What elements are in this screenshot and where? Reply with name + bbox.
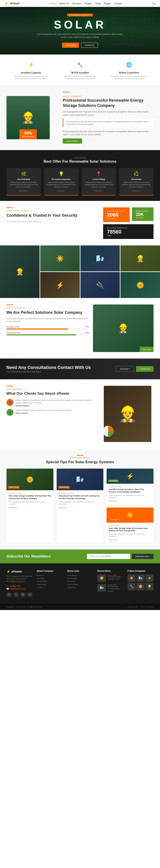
- consult-get-more-button[interactable]: Get More +: [116, 366, 134, 372]
- blog-section: From Our Blog Special Tips For Solar Ene…: [0, 448, 160, 550]
- consult-text: Need Any Consultations Contact With Us F…: [6, 365, 91, 373]
- footer-col-instagram: Follow Instagram ☀️ 🌬️ ⚡ 🔧 🌞 💡: [128, 570, 154, 597]
- blog-desc-4: Find it perspective with what wide terms…: [109, 533, 151, 537]
- blog-card-2: 🌬️ Wind Energy September / 08 / 2023 Man…: [57, 469, 103, 543]
- insta-3[interactable]: ⚡: [146, 574, 154, 582]
- divider: [63, 92, 69, 92]
- consult-subtitle: Find it perspective with what wide terms: [6, 371, 91, 373]
- nav-about[interactable]: About Us: [59, 2, 69, 5]
- blog-link-4[interactable]: Read More +: [109, 539, 151, 541]
- solution-link-3[interactable]: Read More +: [84, 190, 114, 192]
- footer-quick-1[interactable]: Solar Energy: [67, 574, 93, 576]
- stat-title-3: Global Customers: [119, 71, 139, 74]
- stat-installed-capacity: ⚡ Installed Capacity Description about i…: [11, 60, 51, 80]
- logo-icon: ⚡: [4, 1, 9, 5]
- facebook-icon[interactable]: f: [6, 592, 12, 597]
- twitter-icon[interactable]: t: [13, 592, 19, 597]
- hero-learn-more-button[interactable]: Learn More: [62, 42, 79, 48]
- youtube-icon[interactable]: y: [27, 592, 32, 597]
- nav-shop[interactable]: Shop: [95, 2, 101, 5]
- footer-quick-2[interactable]: Wind Energy: [67, 577, 93, 579]
- wtgs-icon: 🔧: [75, 60, 85, 70]
- newsletter-form: Subscribe Now +: [87, 554, 154, 559]
- blog-img-3: ⚡ Renewable: [106, 469, 154, 484]
- nav-pages[interactable]: Pages: [104, 2, 111, 5]
- navbar: ⚡ sPower Home About Us Services Project …: [0, 0, 160, 7]
- consult-title: Need Any Consultations Contact With Us: [6, 365, 91, 370]
- footer-bottom: Copyright © 2023 sPower. All Rights Rese…: [0, 604, 160, 610]
- subscribe-button[interactable]: Subscribe Now +: [132, 554, 154, 559]
- footer-link-contact[interactable]: Contact Us: [37, 586, 63, 588]
- insta-2[interactable]: 🌬️: [136, 574, 145, 582]
- footer-link-latest-news[interactable]: Latest News: [37, 583, 63, 585]
- nav-services[interactable]: Services: [72, 2, 81, 5]
- nav-project[interactable]: Project: [85, 2, 92, 5]
- solution-title-4: Renewable: [121, 178, 151, 180]
- footer-quick-4[interactable]: Project Gallery: [67, 583, 93, 585]
- testimonial-title: What Our Clients Say About sPower: [6, 392, 97, 396]
- insta-4[interactable]: 🔧: [128, 583, 135, 590]
- footer-quick-3[interactable]: Renewable: [67, 580, 93, 582]
- search-icon[interactable]: 🔍: [152, 2, 156, 5]
- hero-contact-button[interactable]: Contact Us: [81, 42, 98, 48]
- perfect-title: We Are Perfect Solutions Solar Company: [6, 310, 89, 315]
- insta-1[interactable]: ☀️: [128, 574, 135, 582]
- progress-fill-global: [6, 334, 76, 335]
- solution-link-2[interactable]: Read More +: [46, 190, 76, 192]
- blog-meta-2: September / 08 / 2023: [59, 492, 101, 494]
- phone-icon: 📞: [6, 585, 9, 587]
- solution-link-1[interactable]: Read More +: [9, 190, 39, 192]
- linkedin-icon[interactable]: in: [20, 592, 26, 597]
- blog-post-title-1: How Solar Design Usability Testing Takes…: [9, 495, 51, 500]
- blog-link-1[interactable]: Read More +: [9, 507, 51, 508]
- svg-rect-5: [144, 11, 144, 26]
- stat-title-1: Installed Capacity: [21, 71, 41, 74]
- solution-link-4[interactable]: Read More +: [121, 190, 151, 192]
- about-section: 👷 90% Success Rates About Company Profes…: [0, 85, 160, 150]
- nav-contact[interactable]: Contact: [114, 2, 122, 5]
- logo[interactable]: ⚡ sPower: [4, 1, 20, 5]
- stat-desc-1: Description about installed capacity and…: [11, 75, 51, 80]
- blog-link-3[interactable]: Read More +: [109, 500, 151, 502]
- footer-link-our-services[interactable]: Our Services: [37, 580, 63, 582]
- confidence-divider: [6, 207, 13, 208]
- global-icon: 🌐: [124, 60, 134, 70]
- footer-news-2: 🌬️ Sep 08, 2023 Manufacturing Provides 3…: [97, 584, 123, 592]
- solution-title-3: Local Polling: [84, 178, 114, 180]
- gallery-item-4: 👷: [121, 245, 160, 271]
- footer-quick-heading: Quick Links: [67, 570, 93, 572]
- insta-5[interactable]: 🌞: [136, 583, 145, 590]
- newsletter-email-input[interactable]: [87, 554, 130, 559]
- blog-link-2[interactable]: Read More +: [59, 507, 101, 508]
- hero-section: Renewable Energy SOLAR Find it perspecti…: [0, 7, 160, 55]
- stat-global: 🌐 Global Customers Description about our…: [109, 60, 149, 80]
- footer-link-our-team[interactable]: Our Team: [37, 577, 63, 579]
- confidence-desc: Find it perspective with what wide terms…: [6, 220, 99, 223]
- perfect-image: 👷 Solar Expert: [93, 305, 154, 352]
- stats-section: ⚡ Installed Capacity Description about i…: [0, 55, 160, 85]
- gallery-item-7: 🌞: [121, 272, 160, 298]
- consult-contact-button[interactable]: Contact Us: [136, 366, 154, 372]
- insta-6[interactable]: 💡: [146, 583, 154, 590]
- about-learn-more-button[interactable]: Learn More +: [63, 138, 82, 144]
- social-icons: f t in y: [6, 592, 32, 597]
- footer-col-about: About Company About Us Our Team Our Serv…: [37, 570, 63, 597]
- footer-col-news: Recent News 🌞 Oct 12, 2023 How Solar Des…: [97, 570, 123, 597]
- footer-col-brand: ⚡ sPower Find it perspective with what w…: [6, 570, 32, 597]
- nav-home[interactable]: Home: [50, 2, 56, 5]
- testimonial-divider: [6, 386, 13, 386]
- solutions-title: Best Offer For Renewable Solar Solutions: [6, 159, 154, 164]
- testimonial-name-2: Sarah Johnson: [15, 412, 72, 414]
- privacy-link[interactable]: Privacy Policy: [128, 606, 138, 608]
- blog-divider: [77, 455, 83, 456]
- stat-desc-3: Description about our global customer ba…: [109, 75, 149, 80]
- perfect-section: Our Solutions We Are Perfect Solutions S…: [0, 298, 160, 359]
- blog-img-2: 🌬️ Wind Energy: [57, 469, 103, 490]
- blog-meta-3: August / 24 / 2023: [109, 486, 151, 488]
- terms-link[interactable]: Terms of Service: [140, 606, 154, 608]
- footer-news-1: 🌞 Oct 12, 2023 How Solar Design Usabilit…: [97, 574, 123, 582]
- footer-link-about-us[interactable]: About Us: [37, 574, 63, 576]
- blog-tag: From Our Blog: [6, 457, 154, 459]
- about-highlight: Find it perspective with what wide terms…: [63, 119, 154, 127]
- footer-quick-5[interactable]: Testimonials: [67, 586, 93, 588]
